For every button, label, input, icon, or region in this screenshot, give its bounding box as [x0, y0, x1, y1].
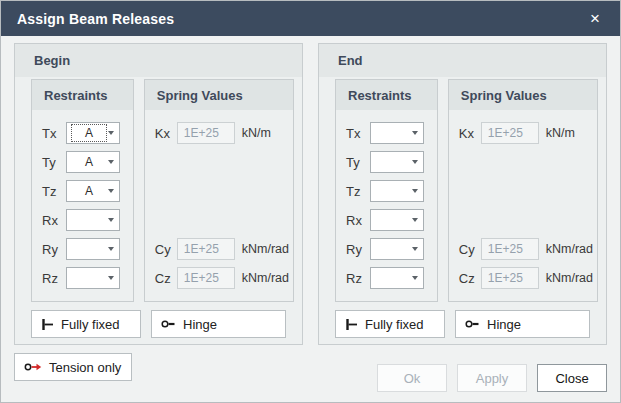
- begin-cz-field[interactable]: 1E+25: [177, 267, 235, 289]
- fully-fixed-icon: [345, 318, 358, 331]
- end-restraints-group: Restraints Tx Ty: [335, 79, 438, 302]
- end-rx-value: [376, 219, 410, 221]
- close-icon[interactable]: ×: [586, 8, 604, 29]
- restraint-row: Ry: [346, 238, 433, 260]
- restraint-row: Ry: [42, 238, 129, 260]
- end-panel: End Restraints Tx: [318, 43, 607, 345]
- dropdown-arrow-icon: [412, 131, 418, 135]
- end-rz-value: [376, 277, 410, 279]
- kx-unit: kN/m: [546, 126, 575, 140]
- begin-cy-field[interactable]: 1E+25: [177, 238, 235, 260]
- ry-label: Ry: [346, 242, 370, 257]
- restraint-row: Rz: [42, 267, 129, 289]
- begin-tx-dropdown[interactable]: A: [66, 122, 120, 144]
- begin-restraints-group: Restraints Tx A Ty: [31, 79, 134, 302]
- cy-unit: kNm/rad: [242, 242, 289, 256]
- end-ry-value: [376, 248, 410, 250]
- kx-unit: kN/m: [242, 126, 271, 140]
- begin-rz-dropdown[interactable]: [66, 267, 120, 289]
- cy-label: Cy: [459, 242, 481, 257]
- begin-restraints-title: Restraints: [32, 80, 133, 110]
- begin-fully-fixed-button[interactable]: Fully fixed: [31, 310, 141, 338]
- restraint-row: Rz: [346, 267, 433, 289]
- restraint-row: Ty A: [42, 151, 129, 173]
- restraint-row: Tz A: [42, 180, 129, 202]
- begin-kx-value: 1E+25: [184, 126, 219, 140]
- begin-hinge-button[interactable]: Hinge: [151, 310, 286, 338]
- end-cy-field[interactable]: 1E+25: [481, 238, 539, 260]
- dropdown-arrow-icon: [108, 218, 114, 222]
- end-rz-dropdown[interactable]: [370, 267, 424, 289]
- end-cz-value: 1E+25: [488, 271, 523, 285]
- fully-fixed-icon: [41, 318, 54, 331]
- end-rx-dropdown[interactable]: [370, 209, 424, 231]
- hinge-icon: [465, 319, 480, 329]
- end-cy-value: 1E+25: [488, 242, 523, 256]
- tx-label: Tx: [346, 126, 370, 141]
- ty-label: Ty: [42, 155, 66, 170]
- ok-button[interactable]: Ok: [377, 364, 447, 392]
- begin-cz-value: 1E+25: [184, 271, 219, 285]
- tension-only-icon: [24, 362, 42, 372]
- footer: Tension only Ok Apply Close: [1, 353, 620, 392]
- kx-label: Kx: [155, 126, 177, 141]
- begin-ry-value: [72, 248, 106, 250]
- end-cz-field[interactable]: 1E+25: [481, 267, 539, 289]
- begin-spring-values-title: Spring Values: [145, 80, 293, 110]
- begin-spring-values-group: Spring Values Kx 1E+25 kN/m: [144, 79, 294, 302]
- begin-cy-value: 1E+25: [184, 242, 219, 256]
- begin-rx-value: [72, 219, 106, 221]
- spring-row: Cz 1E+25 kNm/rad: [459, 267, 593, 289]
- titlebar: Assign Beam Releases ×: [1, 1, 620, 36]
- end-tx-dropdown[interactable]: [370, 122, 424, 144]
- begin-tz-dropdown[interactable]: A: [66, 180, 120, 202]
- end-fully-fixed-button[interactable]: Fully fixed: [335, 310, 445, 338]
- restraint-row: Ty: [346, 151, 433, 173]
- end-tz-dropdown[interactable]: [370, 180, 424, 202]
- end-kx-field[interactable]: 1E+25: [481, 122, 539, 144]
- panels-row: Begin Restraints Tx A: [14, 43, 607, 345]
- dropdown-arrow-icon: [412, 218, 418, 222]
- tension-only-button[interactable]: Tension only: [14, 353, 132, 381]
- dropdown-arrow-icon: [108, 247, 114, 251]
- dialog-title: Assign Beam Releases: [17, 11, 174, 27]
- begin-tz-value: A: [72, 183, 106, 199]
- begin-rx-dropdown[interactable]: [66, 209, 120, 231]
- dropdown-arrow-icon: [108, 160, 114, 164]
- dropdown-arrow-icon: [108, 189, 114, 193]
- end-ty-dropdown[interactable]: [370, 151, 424, 173]
- end-kx-value: 1E+25: [488, 126, 523, 140]
- cz-unit: kNm/rad: [242, 271, 289, 285]
- rz-label: Rz: [42, 271, 66, 286]
- dropdown-arrow-icon: [108, 131, 114, 135]
- rz-label: Rz: [346, 271, 370, 286]
- end-spring-values-group: Spring Values Kx 1E+25 kN/m: [448, 79, 598, 302]
- cz-unit: kNm/rad: [546, 271, 593, 285]
- dropdown-arrow-icon: [108, 276, 114, 280]
- end-hinge-button[interactable]: Hinge: [455, 310, 590, 338]
- tz-label: Tz: [42, 184, 66, 199]
- close-button[interactable]: Close: [537, 364, 607, 392]
- begin-kx-field[interactable]: 1E+25: [177, 122, 235, 144]
- tx-label: Tx: [42, 126, 66, 141]
- restraint-row: Tx A: [42, 122, 129, 144]
- end-ry-dropdown[interactable]: [370, 238, 424, 260]
- restraint-row: Rx: [42, 209, 129, 231]
- end-panel-title: End: [319, 44, 606, 77]
- apply-button[interactable]: Apply: [457, 364, 527, 392]
- dropdown-arrow-icon: [412, 189, 418, 193]
- begin-ty-dropdown[interactable]: A: [66, 151, 120, 173]
- spring-row: Kx 1E+25 kN/m: [155, 122, 289, 144]
- dropdown-arrow-icon: [412, 160, 418, 164]
- cy-unit: kNm/rad: [546, 242, 593, 256]
- tz-label: Tz: [346, 184, 370, 199]
- assign-beam-releases-dialog: Assign Beam Releases × Begin Restraints …: [0, 0, 621, 403]
- end-restraints-title: Restraints: [336, 80, 437, 110]
- begin-ry-dropdown[interactable]: [66, 238, 120, 260]
- end-tx-value: [376, 132, 410, 134]
- rx-label: Rx: [42, 213, 66, 228]
- dialog-body: Begin Restraints Tx A: [1, 36, 620, 345]
- begin-ty-value: A: [72, 154, 106, 170]
- end-ty-value: [376, 161, 410, 163]
- rx-label: Rx: [346, 213, 370, 228]
